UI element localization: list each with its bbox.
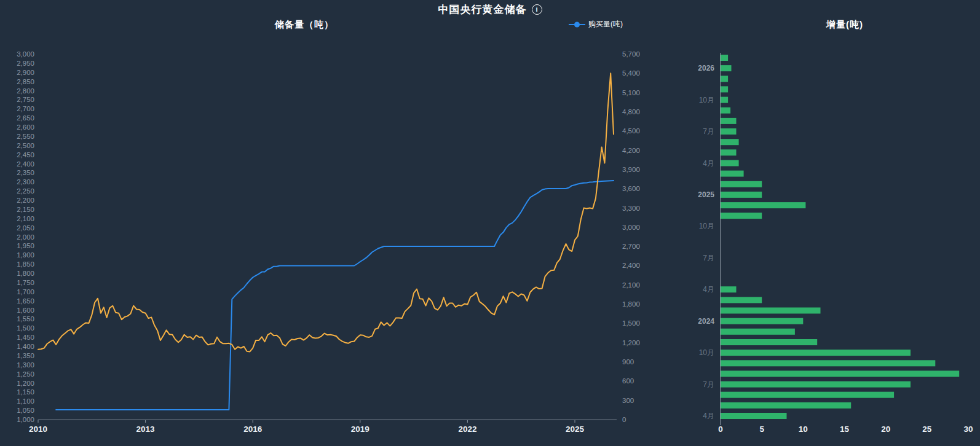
bar-month-label: 10月 (699, 348, 714, 357)
left-y-tick-label: 2,900 (17, 69, 34, 76)
right-y-tick-label: 300 (622, 397, 634, 404)
increment-bar[interactable] (721, 350, 911, 356)
x-axis-year-label: 2013 (136, 424, 156, 434)
x-axis-year-label: 2010 (29, 424, 47, 434)
bar-x-tick-label: 10 (799, 424, 808, 434)
left-y-tick-label: 2,600 (17, 123, 34, 131)
increment-bar[interactable] (721, 297, 762, 303)
increment-bar[interactable] (721, 202, 805, 208)
bar-year-label: 2026 (698, 64, 714, 72)
increment-bar[interactable] (721, 339, 817, 345)
increment-bar[interactable] (721, 97, 728, 103)
increment-bar[interactable] (721, 171, 744, 177)
right-y-tick-label: 1,500 (622, 319, 640, 327)
left-y-tick-label: 1,550 (17, 315, 34, 323)
left-y-tick-label: 2,300 (17, 178, 34, 186)
left-y-tick-label: 1,900 (17, 251, 34, 259)
left-y-tick-label: 1,650 (17, 297, 34, 305)
left-y-tick-label: 2,350 (17, 169, 34, 176)
x-axis-year-label: 2022 (458, 424, 476, 434)
right-y-tick-label: 5,100 (622, 89, 640, 96)
increment-bar[interactable] (721, 55, 728, 61)
bar-month-label: 7月 (703, 254, 714, 262)
left-y-tick-label: 1,700 (17, 288, 34, 295)
increment-bar[interactable] (721, 360, 935, 366)
increment-bar[interactable] (721, 128, 737, 135)
left-y-tick-label: 2,150 (17, 206, 34, 213)
right-y-tick-label: 900 (622, 358, 634, 366)
right-y-tick-label: 2,700 (622, 243, 640, 250)
increment-bar[interactable] (721, 402, 851, 409)
increment-bar[interactable] (721, 413, 787, 419)
left-y-tick-label: 1,750 (17, 279, 34, 286)
right-y-tick-label: 1,200 (622, 339, 640, 346)
left-y-tick-label: 2,250 (17, 187, 34, 195)
left-y-tick-label: 1,400 (17, 343, 34, 350)
increment-bar[interactable] (721, 181, 762, 187)
increment-bar[interactable] (721, 76, 728, 82)
increment-bar[interactable] (721, 329, 795, 335)
x-axis-year-label: 2019 (351, 424, 369, 434)
increment-bar[interactable] (721, 381, 911, 388)
left-y-tick-label: 1,000 (17, 416, 34, 423)
right-y-tick-label: 2,100 (622, 281, 640, 289)
gold-price-line[interactable] (38, 73, 614, 351)
left-y-tick-label: 2,500 (17, 142, 34, 149)
right-y-tick-label: 4,500 (622, 127, 640, 135)
left-y-tick-label: 1,800 (17, 270, 34, 277)
bar-x-tick-label: 25 (922, 424, 932, 434)
increment-bar[interactable] (721, 392, 894, 398)
increment-bar[interactable] (721, 108, 730, 114)
left-y-tick-label: 1,050 (17, 407, 34, 414)
right-y-tick-label: 3,900 (622, 166, 640, 173)
left-y-tick-label: 1,200 (17, 380, 34, 387)
bar-month-label: 4月 (703, 159, 714, 168)
right-y-tick-label: 4,200 (622, 147, 640, 154)
increment-bar[interactable] (721, 318, 803, 324)
bar-month-label: 4月 (703, 285, 714, 294)
increment-bar[interactable] (721, 118, 737, 124)
x-axis: 201020132016201920222025 (29, 420, 617, 434)
increment-bar[interactable] (721, 308, 821, 314)
left-y-tick-label: 2,750 (17, 96, 34, 103)
right-y-tick-label: 5,700 (622, 50, 640, 58)
charts-canvas[interactable]: 1,0001,0501,1001,1501,2001,2501,3001,350… (0, 0, 980, 446)
increment-bar[interactable] (721, 192, 762, 198)
left-y-tick-label: 2,400 (17, 160, 34, 168)
left-y-tick-label: 2,000 (17, 233, 34, 241)
left-y-tick-label: 2,450 (17, 151, 34, 158)
bar-month-label: 7月 (703, 127, 714, 136)
bar-month-label: 4月 (703, 412, 714, 420)
left-y-tick-label: 1,450 (17, 334, 34, 341)
right-y-tick-label: 0 (622, 416, 626, 423)
right-y-tick-label: 5,400 (622, 69, 640, 77)
bar-chart: 202610月7月4月202510月7月4月202410月7月4月0510152… (698, 53, 973, 434)
right-y-tick-label: 2,400 (622, 262, 640, 269)
increment-bar[interactable] (721, 149, 737, 155)
increment-bar[interactable] (721, 86, 728, 92)
left-y-tick-label: 1,350 (17, 352, 34, 359)
bar-month-label: 10月 (699, 96, 714, 104)
increment-bar[interactable] (721, 160, 739, 166)
left-y-tick-label: 1,100 (17, 397, 34, 405)
increment-bar[interactable] (721, 370, 959, 377)
x-axis-year-label: 2016 (243, 424, 263, 434)
increment-bar[interactable] (721, 65, 732, 71)
left-y-tick-label: 1,300 (17, 361, 34, 369)
bar-month-label: 10月 (699, 222, 714, 230)
bar-x-tick-label: 20 (881, 424, 890, 434)
bar-year-label: 2025 (698, 190, 714, 199)
right-y-tick-label: 4,800 (622, 108, 640, 115)
increment-bar[interactable] (721, 213, 762, 219)
left-y-tick-label: 1,950 (17, 242, 34, 249)
increment-bar[interactable] (721, 286, 737, 292)
left-y-tick-label: 2,800 (17, 87, 34, 95)
left-y-axis: 1,0001,0501,1001,1501,2001,2501,3001,350… (17, 50, 34, 423)
bar-x-tick-label: 30 (963, 424, 973, 434)
increment-bar[interactable] (721, 139, 739, 145)
bar-month-label: 7月 (703, 380, 714, 389)
bar-x-tick-label: 15 (840, 424, 850, 434)
bar-year-label: 2024 (698, 317, 714, 326)
bar-x-tick-label: 5 (759, 424, 764, 434)
purchase-volume-line[interactable] (56, 181, 614, 410)
